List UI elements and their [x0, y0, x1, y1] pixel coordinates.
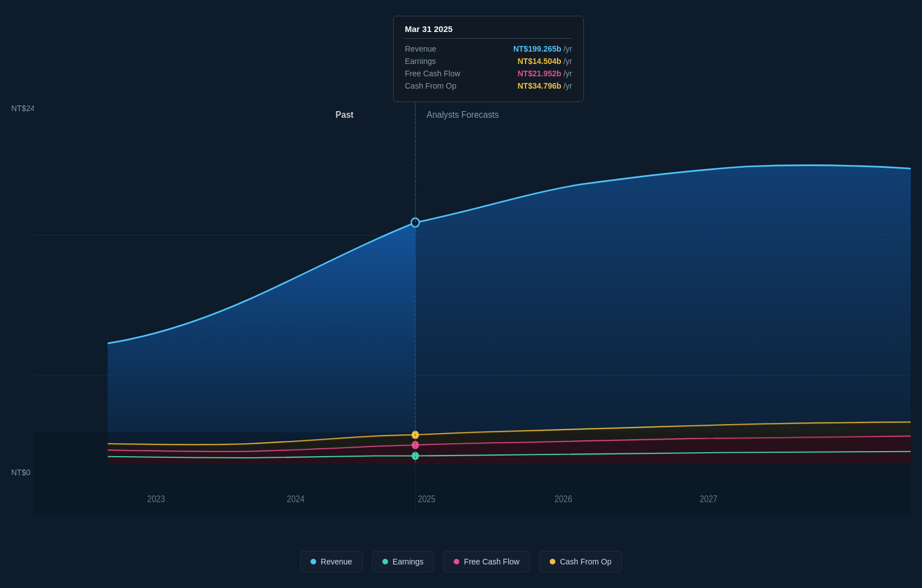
legend-label-revenue: Revenue: [321, 557, 352, 566]
fcf-dot: [454, 559, 459, 564]
revenue-dot: [311, 559, 316, 564]
tooltip-date: Mar 31 2025: [405, 24, 572, 39]
tooltip-label-earnings: Earnings: [405, 57, 436, 66]
tooltip-row-earnings: Earnings NT$14.504b /yr: [405, 57, 572, 66]
svg-text:2025: 2025: [418, 494, 436, 504]
legend-item-cashop[interactable]: Cash From Op: [539, 551, 622, 572]
tooltip-label-fcf: Free Cash Flow: [405, 69, 460, 78]
legend-label-earnings: Earnings: [392, 557, 423, 566]
legend-item-fcf[interactable]: Free Cash Flow: [443, 551, 530, 572]
data-tooltip: Mar 31 2025 Revenue NT$199.265b /yr Earn…: [393, 16, 584, 102]
tooltip-value-fcf: NT$21.952b /yr: [518, 69, 572, 78]
svg-text:2024: 2024: [287, 494, 305, 504]
cashop-dot: [550, 559, 555, 564]
earnings-dot: [382, 559, 388, 564]
tooltip-value-earnings: NT$14.504b /yr: [518, 57, 572, 66]
tooltip-value-revenue: NT$199.265b /yr: [513, 44, 572, 53]
svg-text:2023: 2023: [147, 494, 165, 504]
tooltip-label-revenue: Revenue: [405, 44, 436, 53]
legend-label-fcf: Free Cash Flow: [464, 557, 519, 566]
tooltip-row-cashop: Cash From Op NT$34.796b /yr: [405, 81, 572, 90]
forecast-label: Analysts Forecasts: [427, 109, 499, 120]
chart-legend: Revenue Earnings Free Cash Flow Cash Fro…: [300, 551, 622, 572]
tooltip-value-cashop: NT$34.796b /yr: [518, 81, 572, 90]
svg-text:2026: 2026: [554, 494, 572, 504]
tooltip-row-fcf: Free Cash Flow NT$21.952b /yr: [405, 69, 572, 78]
legend-item-revenue[interactable]: Revenue: [300, 551, 363, 572]
tooltip-label-cashop: Cash From Op: [405, 81, 457, 90]
legend-label-cashop: Cash From Op: [560, 557, 611, 566]
main-chart-svg: Past Analysts Forecasts 2023 2024 2025 2…: [34, 95, 911, 515]
past-label: Past: [336, 109, 354, 120]
svg-text:2027: 2027: [700, 494, 718, 504]
y-axis-bottom-label: NT$0: [11, 468, 30, 477]
tooltip-row-revenue: Revenue NT$199.265b /yr: [405, 44, 572, 53]
legend-item-earnings[interactable]: Earnings: [372, 551, 434, 572]
